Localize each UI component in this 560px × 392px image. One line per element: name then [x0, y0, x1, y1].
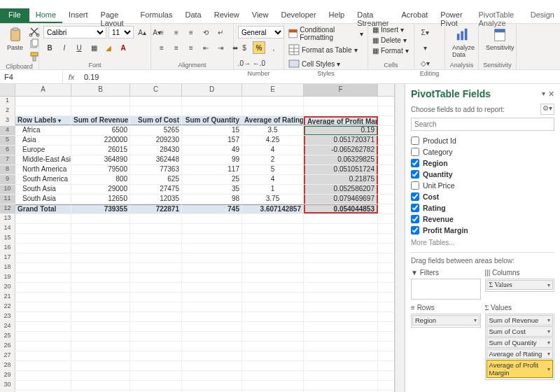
worksheet[interactable]: A B C D E F 123Row Labels ▾Sum of Revenu… [0, 84, 395, 392]
filters-drop-area[interactable]: ▼ Filters [411, 269, 481, 300]
cell[interactable]: Asia [15, 136, 71, 145]
cell[interactable]: 364890 [71, 155, 130, 164]
gear-icon[interactable]: ⚙▾ [540, 104, 554, 115]
cell[interactable]: 5 [242, 165, 304, 174]
format-as-table-button[interactable]: Format as Table ▾ [288, 44, 358, 55]
cell[interactable] [304, 97, 378, 106]
field-quantity[interactable]: Quantity [411, 169, 554, 180]
cell[interactable] [15, 253, 71, 262]
paste-button[interactable]: Paste [4, 26, 26, 52]
row-header[interactable]: 29 [0, 371, 15, 380]
field-checkbox[interactable] [411, 181, 419, 190]
cell[interactable]: 0.052586207 [304, 185, 378, 194]
cell[interactable] [15, 234, 71, 243]
copy-icon[interactable] [29, 38, 40, 50]
increase-font-icon[interactable]: A▴ [136, 26, 148, 38]
cell[interactable] [15, 97, 71, 106]
columns-drop-area[interactable]: ||| Columns Σ Values▾ [485, 269, 555, 300]
cell[interactable] [71, 302, 130, 312]
row-header[interactable]: 19 [0, 273, 15, 282]
cell[interactable]: 35 [182, 185, 242, 194]
cell[interactable] [182, 312, 242, 321]
vertical-scrollbar[interactable] [395, 84, 405, 392]
row-header[interactable]: 2 [0, 106, 15, 115]
field-checkbox[interactable] [411, 192, 419, 201]
cut-icon[interactable] [29, 26, 40, 37]
row-header[interactable]: 6 [0, 146, 15, 155]
cell[interactable] [15, 244, 71, 253]
cell[interactable] [182, 342, 242, 351]
cell[interactable] [130, 283, 182, 292]
col-header-e[interactable]: E [242, 84, 304, 96]
cell[interactable] [130, 381, 182, 390]
col-header-b[interactable]: B [71, 84, 130, 96]
formula-input[interactable]: 0.19 [80, 71, 560, 83]
cell[interactable]: 4 [242, 146, 304, 155]
cell[interactable]: Grand Total [15, 204, 71, 214]
cell[interactable] [71, 244, 130, 253]
cell[interactable]: 157 [182, 136, 242, 145]
row-header[interactable]: 14 [0, 224, 15, 233]
cell[interactable]: 28430 [130, 146, 182, 155]
cell[interactable] [130, 332, 182, 341]
cell[interactable]: 4.25 [242, 136, 304, 145]
cell[interactable] [304, 224, 378, 233]
tab-design[interactable]: Design [525, 8, 560, 23]
cell[interactable] [15, 283, 71, 292]
cell[interactable] [304, 283, 378, 292]
cell[interactable]: 2 [242, 155, 304, 164]
cell[interactable] [242, 106, 304, 115]
cell[interactable]: 0.051720371 [304, 136, 378, 145]
row-header[interactable]: 27 [0, 351, 15, 360]
cell[interactable]: 3.607142857 [242, 204, 304, 214]
cell[interactable]: -0.065262782 [304, 146, 378, 155]
col-header-a[interactable]: A [15, 84, 71, 96]
cell[interactable] [130, 312, 182, 321]
field-cost[interactable]: Cost [411, 191, 554, 202]
cell[interactable] [304, 302, 378, 312]
row-header[interactable]: 12 [0, 204, 15, 214]
cell[interactable] [15, 371, 71, 380]
cell[interactable] [71, 224, 130, 233]
cell[interactable] [242, 214, 304, 223]
name-box[interactable]: F4 [0, 71, 63, 83]
fill-icon[interactable]: ▾ [419, 41, 431, 54]
cell[interactable] [304, 351, 378, 360]
cell[interactable] [304, 273, 378, 282]
cell[interactable] [15, 332, 71, 341]
fields-search-input[interactable] [411, 118, 554, 131]
cell[interactable] [130, 322, 182, 331]
cell[interactable]: 79500 [71, 165, 130, 174]
cell[interactable]: 49 [182, 146, 242, 155]
bold-button[interactable]: B [43, 41, 56, 54]
tab-page-layout[interactable]: Page Layout [94, 8, 134, 23]
tab-help[interactable]: Help [323, 8, 351, 23]
cell[interactable] [130, 371, 182, 380]
row-header[interactable]: 21 [0, 293, 15, 302]
cell[interactable] [130, 361, 182, 370]
row-header[interactable]: 13 [0, 214, 15, 223]
cell[interactable]: Average of Rating [242, 116, 304, 125]
cell-styles-button[interactable]: Cell Styles ▾ [288, 58, 340, 69]
cell[interactable] [182, 224, 242, 233]
cell[interactable] [15, 342, 71, 351]
cell[interactable] [15, 381, 71, 390]
cell[interactable] [15, 361, 71, 370]
cell[interactable] [182, 283, 242, 292]
cell[interactable]: 12035 [130, 195, 182, 204]
col-header-c[interactable]: C [130, 84, 182, 96]
chevron-down-icon[interactable]: ▾ [542, 90, 545, 99]
tab-data[interactable]: Data [178, 8, 207, 23]
cell[interactable] [71, 253, 130, 262]
tab-pivot-analyze[interactable]: PivotTable Analyze [472, 8, 524, 23]
close-icon[interactable]: ✕ [548, 90, 554, 99]
cell[interactable]: 0.06329825 [304, 155, 378, 164]
cell[interactable] [242, 244, 304, 253]
row-header[interactable]: 1 [0, 97, 15, 106]
cell[interactable] [304, 244, 378, 253]
cell[interactable] [304, 312, 378, 321]
align-center-icon[interactable]: ≡ [170, 41, 183, 54]
cell[interactable] [182, 322, 242, 331]
cell[interactable]: 27475 [130, 185, 182, 194]
cell[interactable] [242, 283, 304, 292]
